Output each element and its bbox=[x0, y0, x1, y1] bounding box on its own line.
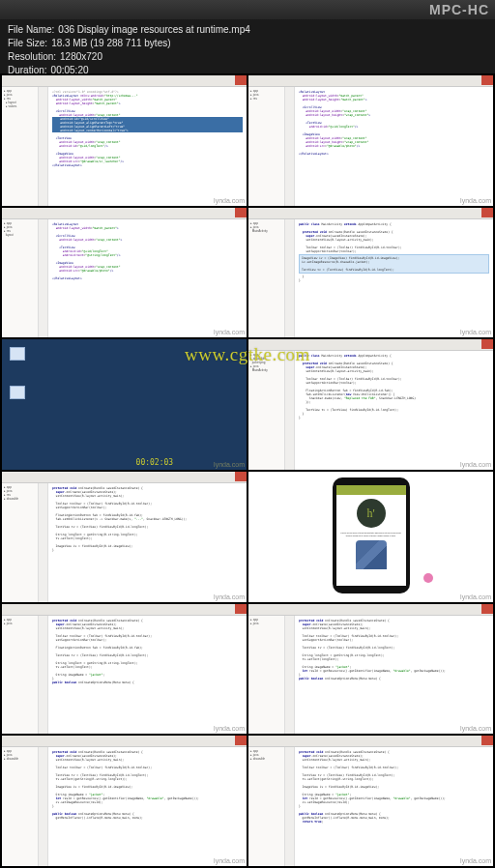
device-screen: h' Lorem ipsum dolor sit amet consectetu… bbox=[336, 485, 406, 586]
line-gutter bbox=[285, 87, 295, 206]
thumb-3[interactable]: ▸ app▸ java▸ res layout <RelativeLayout … bbox=[2, 208, 247, 338]
resolution-label: Resolution: bbox=[8, 50, 56, 64]
code-editor: protected void onCreate(Bundle savedInst… bbox=[295, 747, 493, 866]
project-tree: ▸ app▸ java bbox=[248, 616, 285, 735]
code-editor: public class MainActivity extends AppCom… bbox=[295, 219, 493, 338]
overlay-url: www.cgtke.com bbox=[185, 344, 310, 365]
ide-menubar bbox=[2, 736, 247, 747]
close-icon bbox=[235, 736, 247, 745]
line-gutter bbox=[285, 219, 295, 338]
ide-menubar bbox=[2, 75, 247, 87]
project-tree: ▸ app▸ java▸ drawable bbox=[248, 747, 285, 866]
project-tree: ▸ app▸ java bbox=[2, 616, 39, 735]
close-icon bbox=[235, 208, 247, 217]
watermark: lynda.com bbox=[214, 593, 245, 600]
watermark: lynda.com bbox=[214, 857, 245, 864]
close-icon bbox=[481, 736, 493, 745]
watermark: lynda.com bbox=[460, 329, 491, 335]
close-icon bbox=[481, 339, 493, 349]
code-editor: public class MainActivity extends AppCom… bbox=[295, 351, 493, 470]
brand-logo: h' bbox=[357, 499, 386, 528]
ide-menubar bbox=[248, 208, 493, 219]
watermark: lynda.com bbox=[214, 725, 245, 732]
line-gutter bbox=[39, 483, 48, 602]
body-text: Lorem ipsum dolor sit amet consectetur a… bbox=[336, 532, 406, 537]
code-editor: protected void onCreate(Bundle savedInst… bbox=[295, 616, 493, 735]
app-titlebar: MPC-HC bbox=[0, 0, 495, 19]
ide-menubar bbox=[2, 604, 247, 616]
watermark: lynda.com bbox=[460, 461, 491, 468]
thumb-12[interactable]: ▸ app▸ java▸ drawable protected void onC… bbox=[248, 736, 493, 866]
resolution-value: 1280x720 bbox=[60, 50, 102, 64]
watermark: lynda.com bbox=[460, 197, 491, 204]
code-editor: <RelativeLayout android:layout_width="ma… bbox=[48, 219, 247, 338]
watermark: lynda.com bbox=[460, 857, 491, 864]
filename-label: File Name: bbox=[8, 23, 54, 37]
close-icon bbox=[481, 208, 493, 217]
app-bar bbox=[336, 485, 406, 495]
project-tree: ▸ app▸ drawable jacket.png▸ java MainAct… bbox=[248, 351, 285, 470]
ide-menubar bbox=[248, 604, 493, 616]
close-icon bbox=[481, 604, 493, 614]
watermark: lynda.com bbox=[460, 593, 491, 600]
line-gutter bbox=[39, 87, 48, 206]
line-gutter bbox=[285, 616, 295, 735]
watermark: lynda.com bbox=[214, 329, 245, 335]
line-gutter bbox=[285, 351, 295, 470]
close-icon bbox=[481, 75, 493, 85]
code-editor: <?xml version="1.0" encoding="utf-8"?> <… bbox=[48, 87, 247, 206]
thumb-1[interactable]: ▸ app▸ java▸ res ▸ layout ▸ values <?xml… bbox=[2, 75, 247, 206]
thumb-2[interactable]: ▸ app▸ java▸ res <RelativeLayout android… bbox=[248, 75, 493, 206]
project-tree: ▸ app▸ java▸ res▸ drawable bbox=[2, 483, 39, 602]
code-editor: protected void onCreate(Bundle savedInst… bbox=[48, 747, 247, 866]
line-gutter bbox=[39, 616, 48, 735]
project-tree: ▸ app▸ java▸ res ▸ layout ▸ values bbox=[2, 87, 39, 206]
desktop-file-icon bbox=[10, 347, 25, 361]
close-icon bbox=[235, 604, 247, 614]
thumb-7[interactable]: ▸ app▸ java▸ res▸ drawable protected voi… bbox=[2, 472, 247, 602]
project-tree: ▸ app▸ java▸ res bbox=[248, 87, 285, 206]
app-name: MPC-HC bbox=[429, 2, 489, 17]
fab-button bbox=[423, 573, 433, 583]
project-tree: ▸ app▸ java MainActivity bbox=[248, 219, 285, 338]
thumb-9[interactable]: ▸ app▸ java protected void onCreate(Bund… bbox=[2, 604, 247, 735]
code-editor: protected void onCreate(Bundle savedInst… bbox=[48, 616, 247, 735]
timestamp: 00:02:03 bbox=[136, 458, 174, 467]
project-tree: ▸ app▸ java▸ drawable bbox=[2, 747, 39, 866]
code-editor: <RelativeLayout android:layout_width="ma… bbox=[295, 87, 493, 206]
filesize-value: 18.3 MB (19 288 711 bytes) bbox=[51, 37, 170, 50]
ide-menubar bbox=[248, 736, 493, 747]
line-gutter bbox=[39, 747, 48, 866]
thumb-8-phone[interactable]: h' Lorem ipsum dolor sit amet consectetu… bbox=[248, 472, 493, 602]
desktop-file-icon bbox=[10, 386, 25, 399]
device-frame: h' Lorem ipsum dolor sit amet consectetu… bbox=[333, 477, 410, 593]
ide-menubar bbox=[2, 208, 247, 219]
thumbnail-grid: ▸ app▸ java▸ res ▸ layout ▸ values <?xml… bbox=[0, 73, 495, 868]
line-gutter bbox=[285, 747, 295, 866]
line-gutter bbox=[39, 219, 48, 338]
filename-value: 036 Display image resources at runtime.m… bbox=[58, 23, 249, 37]
watermark: lynda.com bbox=[214, 461, 245, 468]
close-icon bbox=[235, 472, 247, 481]
product-image bbox=[356, 540, 387, 569]
close-icon bbox=[235, 75, 247, 85]
watermark: lynda.com bbox=[214, 197, 245, 204]
thumb-10[interactable]: ▸ app▸ java protected void onCreate(Bund… bbox=[248, 604, 493, 735]
watermark: lynda.com bbox=[460, 725, 491, 732]
project-tree: ▸ app▸ java▸ res layout bbox=[2, 219, 39, 338]
ide-menubar bbox=[2, 472, 247, 483]
file-metadata: File Name: 036 Display image resources a… bbox=[0, 19, 495, 73]
thumb-4[interactable]: ▸ app▸ java MainActivity public class Ma… bbox=[248, 208, 493, 338]
filesize-label: File Size: bbox=[8, 37, 47, 50]
ide-menubar bbox=[248, 75, 493, 87]
thumb-11[interactable]: ▸ app▸ java▸ drawable protected void onC… bbox=[2, 736, 247, 866]
code-editor: protected void onCreate(Bundle savedInst… bbox=[48, 483, 247, 602]
